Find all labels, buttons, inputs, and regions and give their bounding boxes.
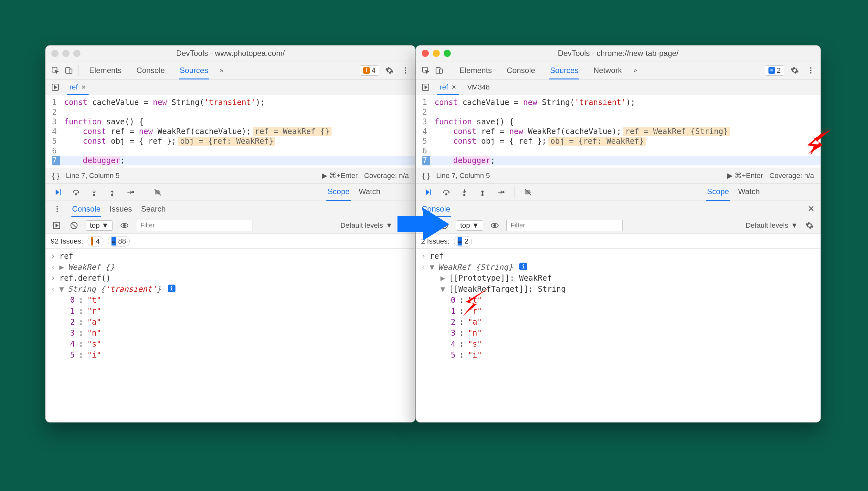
step-out-icon[interactable] xyxy=(106,186,118,198)
run-snippet-icon[interactable] xyxy=(420,81,431,93)
clear-console-icon[interactable] xyxy=(68,220,80,231)
filter-input[interactable] xyxy=(506,220,623,231)
drawer-tab-issues[interactable]: Issues xyxy=(110,201,132,217)
drawer-tab-search[interactable]: Search xyxy=(141,201,165,217)
settings-icon[interactable] xyxy=(384,65,395,76)
tab-sources[interactable]: Sources xyxy=(173,61,215,79)
run-shortcut[interactable]: ▶ ⌘+Enter xyxy=(727,172,763,180)
tab-console[interactable]: Console xyxy=(130,61,171,79)
step-icon[interactable] xyxy=(495,186,506,198)
settings-icon[interactable] xyxy=(789,65,801,76)
live-expression-icon[interactable] xyxy=(489,220,501,231)
context-selector[interactable]: top▼ xyxy=(86,220,113,231)
more-icon[interactable] xyxy=(400,65,411,76)
inspect-icon[interactable] xyxy=(50,65,61,76)
collapse-icon[interactable]: ▼ xyxy=(429,263,434,272)
tab-watch[interactable]: Watch xyxy=(359,187,380,197)
file-tab-ref[interactable]: ref ✕ xyxy=(67,80,88,95)
step-out-icon[interactable] xyxy=(477,186,488,198)
tab-sources[interactable]: Sources xyxy=(543,61,585,79)
info-badge-icon[interactable]: i xyxy=(519,263,527,270)
drawer-tab-console[interactable]: Console xyxy=(72,201,101,217)
minimize-dot[interactable] xyxy=(62,50,69,57)
step-into-icon[interactable] xyxy=(88,186,100,198)
string-char-entry[interactable]: 3: "n" xyxy=(416,327,820,339)
tab-elements[interactable]: Elements xyxy=(83,61,128,79)
collapse-icon[interactable]: ▼ xyxy=(59,285,64,294)
console-result[interactable]: WeakRef {} xyxy=(68,263,115,272)
info-badge[interactable]: ≡ 2 xyxy=(765,65,784,76)
string-char-entry[interactable]: 5: "i" xyxy=(46,349,415,360)
resume-icon[interactable] xyxy=(52,186,64,198)
tab-watch[interactable]: Watch xyxy=(738,187,760,197)
close-dot[interactable] xyxy=(422,50,429,57)
code-content[interactable]: const cacheValue = new String('transient… xyxy=(430,95,820,168)
coverage-status[interactable]: Coverage: n/a xyxy=(364,172,409,180)
more-icon[interactable] xyxy=(805,65,817,76)
step-over-icon[interactable] xyxy=(70,186,82,198)
filter-input[interactable] xyxy=(136,220,252,231)
string-char-entry[interactable]: 2: "a" xyxy=(416,317,820,327)
console-filter[interactable] xyxy=(136,220,252,231)
collapse-icon[interactable]: ▼ xyxy=(441,285,445,294)
zoom-dot[interactable] xyxy=(73,50,81,57)
log-levels[interactable]: Default levels▼ xyxy=(340,221,393,230)
prototype-slot[interactable]: [[Prototype]]: WeakRef xyxy=(449,273,552,283)
step-over-icon[interactable] xyxy=(441,186,452,198)
drawer-more-icon[interactable] xyxy=(51,203,63,215)
string-char-entry[interactable]: 1: "r" xyxy=(46,306,415,317)
issues-info-pill[interactable]: ≡88 xyxy=(108,236,130,247)
minimize-dot[interactable] xyxy=(433,50,440,57)
deactivate-breakpoints-icon[interactable] xyxy=(522,186,534,198)
tab-console[interactable]: Console xyxy=(500,61,541,79)
resume-icon[interactable] xyxy=(422,186,434,198)
file-tab-ref[interactable]: ref ✕ xyxy=(437,80,459,95)
tabs-overflow-icon[interactable]: » xyxy=(630,66,640,74)
braces-icon[interactable]: { } xyxy=(422,171,430,180)
tab-scope[interactable]: Scope xyxy=(328,187,349,197)
deactivate-breakpoints-icon[interactable] xyxy=(152,186,164,198)
expand-icon[interactable]: ▶ xyxy=(59,263,64,272)
code-content[interactable]: const cacheValue = new String('transient… xyxy=(60,95,415,168)
warnings-badge[interactable]: ! 4 xyxy=(360,65,379,76)
issues-info-pill[interactable]: ≡2 xyxy=(454,236,472,247)
tab-network[interactable]: Network xyxy=(587,61,628,79)
console-settings-icon[interactable] xyxy=(804,220,815,231)
console-result[interactable]: WeakRef {String} xyxy=(438,263,513,272)
log-levels[interactable]: Default levels▼ xyxy=(746,221,798,230)
zoom-dot[interactable] xyxy=(444,50,451,57)
code-editor[interactable]: 1 2 3 4 5 6 7 const cacheValue = new Str… xyxy=(46,95,415,168)
step-icon[interactable] xyxy=(124,186,136,198)
close-icon[interactable]: ✕ xyxy=(81,84,86,91)
inspect-icon[interactable] xyxy=(420,65,431,76)
coverage-status[interactable]: Coverage: n/a xyxy=(769,172,814,180)
console-sidebar-icon[interactable] xyxy=(51,220,62,231)
step-into-icon[interactable] xyxy=(458,186,470,198)
drawer-close-icon[interactable]: ✕ xyxy=(808,204,815,214)
braces-icon[interactable]: { } xyxy=(52,171,59,180)
console-output[interactable]: ›ref ‹▶WeakRef {} ›ref.deref() ‹▼String … xyxy=(46,249,415,363)
issues-count-label[interactable]: 92 Issues: xyxy=(51,237,83,246)
console-filter[interactable] xyxy=(506,220,623,231)
string-char-entry[interactable]: 0: "t" xyxy=(46,295,415,306)
tabs-overflow-icon[interactable]: » xyxy=(217,66,227,74)
console-result[interactable]: String {'transient'} xyxy=(68,285,161,294)
string-char-entry[interactable]: 5: "i" xyxy=(416,349,820,360)
string-char-entry[interactable]: 2: "a" xyxy=(46,317,415,327)
tab-elements[interactable]: Elements xyxy=(453,61,498,79)
info-badge-icon[interactable]: i xyxy=(168,285,175,292)
live-expression-icon[interactable] xyxy=(119,220,130,231)
device-toggle-icon[interactable] xyxy=(433,65,445,76)
tab-scope[interactable]: Scope xyxy=(707,187,729,197)
string-char-entry[interactable]: 4: "s" xyxy=(416,339,820,349)
run-shortcut[interactable]: ▶ ⌘+Enter xyxy=(322,172,358,180)
string-char-entry[interactable]: 4: "s" xyxy=(46,339,415,349)
device-toggle-icon[interactable] xyxy=(63,65,75,76)
close-icon[interactable]: ✕ xyxy=(451,84,456,91)
run-snippet-icon[interactable] xyxy=(50,81,61,93)
code-editor[interactable]: 1 2 3 4 5 6 7 const cacheValue = new Str… xyxy=(416,95,820,168)
expand-icon[interactable]: ▶ xyxy=(441,273,445,283)
file-tab-vm[interactable]: VM348 xyxy=(465,80,493,95)
issues-warn-pill[interactable]: !4 xyxy=(88,236,103,247)
close-dot[interactable] xyxy=(51,50,58,57)
